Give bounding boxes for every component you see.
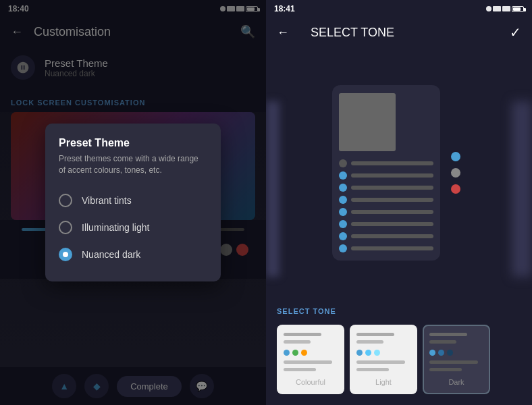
phone-preview-area [266,47,532,298]
cdot-orange [301,350,307,356]
radio-circle-vibrant [59,194,72,207]
right-header: ← SELECT TONE ✓ [266,18,532,47]
side-dot-3[interactable] [451,184,460,194]
ldot-blue [356,350,363,356]
right-time: 18:41 [274,4,295,14]
phone-list-item-2 [339,171,433,180]
phone-screen [332,85,440,261]
phone-list-item-8 [339,244,433,252]
list-dot-4 [339,196,347,204]
dark-line-4 [429,368,462,371]
list-dot-3 [339,184,347,192]
side-dot-1[interactable] [451,152,460,161]
dark-line-3 [429,360,478,364]
ldot-blue3 [374,350,380,356]
right-signal-icon [502,6,510,11]
select-tone-section-label: SELECT TONE [266,298,532,321]
dark-line-2 [429,340,456,344]
tone-line-2 [284,340,311,344]
list-line-7 [351,234,433,238]
light-line-3 [356,360,405,364]
list-line-3 [351,186,433,190]
radio-label-vibrant: Vibrant tints [82,195,132,206]
list-dot-1 [339,159,347,167]
list-line-1 [351,161,433,165]
tone-cards-row: Colourful Light Da [266,321,532,405]
light-line-2 [356,340,383,344]
list-line-2 [351,173,433,178]
tone-card-colourful[interactable]: Colourful [277,325,344,394]
dark-label: Dark [429,378,483,386]
radio-nuanced[interactable]: Nuanced dark [59,241,207,268]
tone-card-dark[interactable]: Dark [423,325,490,394]
phone-list-item-5 [339,208,433,216]
light-line-1 [356,333,394,336]
preset-theme-dialog: Preset Theme Preset themes come with a w… [45,124,221,281]
right-status-icons [486,6,524,12]
tone-line-1 [284,333,321,336]
list-dot-7 [339,232,347,240]
light-label: Light [356,378,410,386]
dark-line-1 [429,333,467,336]
ddot-darkblue [438,350,444,356]
tone-card-light[interactable]: Light [350,325,417,394]
side-dot-2[interactable] [451,168,460,178]
dark-dots [429,350,483,356]
radio-label-illuminating: Illuminating light [82,222,149,233]
tone-line-4 [284,368,316,371]
phone-list-item-7 [339,232,433,240]
cdot-blue [284,350,290,356]
phone-top-line [339,93,396,151]
colourful-label: Colourful [284,378,338,386]
list-dot-6 [339,220,347,228]
ddot-darkest [447,350,453,356]
light-line-4 [356,368,389,371]
right-status-bar: 18:41 [266,0,532,18]
light-dots [356,350,410,356]
dialog-title: Preset Theme [59,137,207,149]
list-dot-2 [339,171,347,180]
blur-left [266,101,280,277]
list-line-8 [351,246,433,250]
list-line-4 [351,198,433,202]
radio-circle-nuanced [59,248,72,261]
phone-list-item-4 [339,196,433,204]
phone-preview-container [332,85,466,261]
radio-vibrant[interactable]: Vibrant tints [59,187,207,214]
dialog-description: Preset themes come with a wide range of … [59,153,207,176]
right-battery-icon [512,6,524,12]
ddot-blue [429,350,435,356]
list-dot-5 [339,208,347,216]
right-network-icon [486,6,491,11]
right-wifi-icon [493,6,501,11]
left-panel: 18:40 ← Customisation 🔍 Preset Theme Nua… [0,0,266,405]
phone-list-item-1 [339,159,433,167]
list-dot-8 [339,244,347,252]
right-page-title: SELECT TONE [311,26,510,40]
colourful-dots [284,350,338,356]
right-back-button[interactable]: ← [277,26,289,40]
phone-list-item-3 [339,184,433,192]
list-line-6 [351,222,433,226]
confirm-icon[interactable]: ✓ [510,24,521,40]
radio-circle-illuminating [59,221,72,234]
phone-list-item-6 [339,220,433,228]
blur-right [512,101,532,277]
dialog-overlay[interactable]: Preset Theme Preset themes come with a w… [0,0,266,405]
ldot-blue2 [365,350,371,356]
phone-side-panel [446,152,466,194]
cdot-green [292,350,298,356]
radio-label-nuanced: Nuanced dark [82,249,140,260]
right-panel: 18:41 ← SELECT TONE ✓ [266,0,532,405]
list-line-5 [351,210,433,214]
radio-illuminating[interactable]: Illuminating light [59,214,207,241]
tone-line-3 [284,360,332,364]
